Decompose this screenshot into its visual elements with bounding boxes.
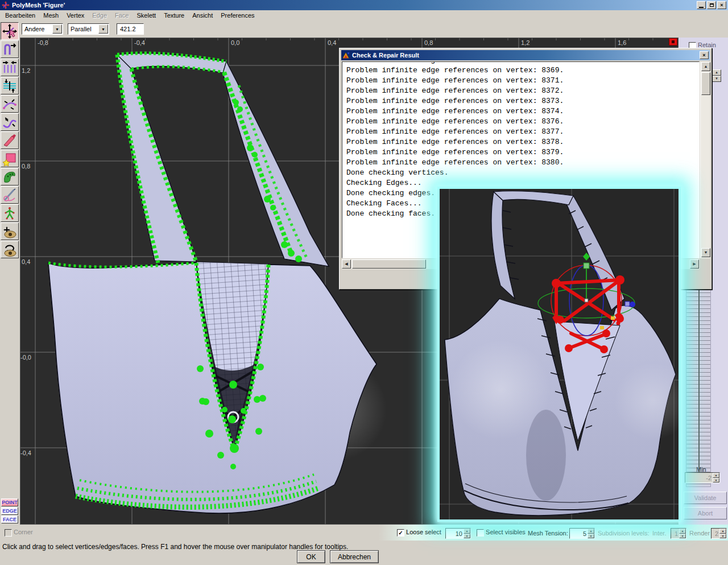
vertical-scrollbar[interactable]: ▲ ▼ <box>700 61 710 258</box>
tool-curve-button[interactable] <box>1 113 19 131</box>
tool-bend-button[interactable] <box>1 95 19 113</box>
cancel-button[interactable]: Abbrechen <box>330 550 379 563</box>
deform-tool-icon <box>2 170 17 184</box>
menu-skelett[interactable]: Skelett <box>134 11 161 20</box>
window-title: PolyMesh 'Figure' <box>12 2 696 9</box>
ruler-label: 0,8 <box>424 39 433 46</box>
spin-down-icon: ▼ <box>679 534 686 539</box>
mode-edge-button[interactable]: EDGE <box>1 507 18 515</box>
skeleton-tool-icon <box>2 206 17 221</box>
render-label: Render <box>689 530 710 537</box>
tool-column <box>0 22 19 266</box>
tool-pan-view-button[interactable] <box>1 222 19 240</box>
menu-mesh[interactable]: Mesh <box>40 11 64 20</box>
checkbox-icon[interactable] <box>477 529 484 537</box>
tool-skeleton-button[interactable] <box>1 204 19 222</box>
spin-up-icon[interactable]: ▲ <box>464 529 470 534</box>
loose-select-spinner[interactable]: 10 ▲▼ <box>445 528 471 539</box>
tool-smooth-button[interactable] <box>1 77 19 94</box>
projection-combobox[interactable]: Parallel ▼ <box>68 23 109 35</box>
dialog-title: Check & Repair Result <box>352 52 698 59</box>
spin-up-icon[interactable]: ▲ <box>713 473 719 478</box>
tool-extrude-edge-button[interactable] <box>1 40 19 58</box>
log-line: Problem infinite edge references on vert… <box>346 96 699 106</box>
ok-button[interactable]: OK <box>297 550 325 563</box>
subdivision-levels-label: Subdivision levels: <box>598 530 650 537</box>
spin-down-icon[interactable]: ▼ <box>464 534 470 539</box>
app-icon <box>2 1 10 9</box>
ruler-label: 1,6 <box>618 39 626 46</box>
toolbar: Andere ▼ Parallel ▼ 421.2 <box>0 20 728 38</box>
menu-bearbeiten[interactable]: Bearbeiten <box>2 11 40 20</box>
log-line: Problem infinite edge references on vert… <box>346 158 699 168</box>
view-mode-value: Andere <box>22 26 52 32</box>
spin-up-icon[interactable]: ▲ <box>588 529 594 534</box>
spin-down-icon: ▼ <box>719 534 726 539</box>
menu-vertex[interactable]: Vertex <box>64 11 89 20</box>
mesh-tension-spinner[interactable]: 5 ▲▼ <box>569 528 595 539</box>
ruler-label: 0,4 <box>328 39 336 46</box>
scroll-right-icon[interactable]: ▶ <box>690 259 699 269</box>
select-visibles-checkbox[interactable]: Select visibles <box>477 529 526 537</box>
spin-up-icon[interactable]: ▲ <box>712 69 721 76</box>
extrude-edge-tool-icon <box>2 42 17 57</box>
dialog-close-button[interactable]: × <box>700 51 709 59</box>
checkbox-icon[interactable]: ✓ <box>397 529 404 537</box>
ruler-label: 0,0 <box>231 39 239 46</box>
log-line: Problem infinite edge references on vert… <box>346 86 699 96</box>
tool-stitch-button[interactable] <box>1 186 19 204</box>
bottom-options-bar: Corner ✓ Loose select 10 ▲▼ Select visib… <box>0 525 728 541</box>
log-line: Done checking vertices. <box>346 168 699 178</box>
restore-button[interactable] <box>707 1 716 9</box>
scroll-thumb[interactable] <box>701 72 710 95</box>
weld-tool-icon <box>2 60 17 75</box>
close-button[interactable]: × <box>717 1 726 9</box>
move-tool-icon <box>2 24 17 39</box>
scroll-thumb[interactable] <box>352 259 426 269</box>
view-mode-combobox[interactable]: Andere ▼ <box>22 23 63 35</box>
scroll-down-icon[interactable]: ▼ <box>701 248 710 257</box>
spin-up-icon: ▲ <box>719 529 726 534</box>
spin-down-icon[interactable]: ▼ <box>712 76 721 82</box>
dialog-icon <box>342 52 350 59</box>
preview-viewport[interactable] <box>437 187 681 522</box>
mode-face-button[interactable]: FACE <box>1 515 18 523</box>
viewport-red-button[interactable] <box>669 38 677 46</box>
tool-rotate-view-button[interactable] <box>1 241 19 258</box>
ruler-label: -0,0 <box>20 354 31 361</box>
menu-edge: Edge <box>89 11 112 20</box>
menu-texture[interactable]: Texture <box>161 11 189 20</box>
tool-knife-button[interactable] <box>1 131 19 149</box>
ruler-label: -0,4 <box>134 39 145 46</box>
dialog-title-bar[interactable]: Check & Repair Result × <box>341 50 710 60</box>
ruler-label: 1,2 <box>521 39 530 46</box>
tool-weld-button[interactable] <box>1 59 19 76</box>
chevron-down-icon[interactable]: ▼ <box>98 24 108 34</box>
menu-ansicht[interactable]: Ansicht <box>189 11 218 20</box>
tool-polygon-button[interactable] <box>1 150 19 167</box>
scroll-up-icon[interactable]: ▲ <box>701 62 710 71</box>
pan-view-tool-icon <box>2 224 17 239</box>
ruler-label: 1,2 <box>22 67 30 74</box>
menu-preferences[interactable]: Preferences <box>218 11 259 20</box>
stitch-tool-icon <box>2 188 17 203</box>
projection-value: Parallel <box>68 26 98 32</box>
minimize-button[interactable] <box>697 1 706 9</box>
spin-up-icon: ▲ <box>679 529 686 534</box>
panel-spinner[interactable]: ▲ ▼ <box>712 69 721 82</box>
scroll-left-icon[interactable]: ◀ <box>342 259 351 269</box>
chevron-down-icon[interactable]: ▼ <box>52 24 62 34</box>
scale-value-field[interactable]: 421.2 <box>117 23 144 35</box>
spin-down-icon[interactable]: ▼ <box>588 534 594 539</box>
render-spinner: 2 ▲▼ <box>711 528 727 539</box>
inter-label: Inter. <box>652 530 666 537</box>
mode-point-button[interactable]: POINT <box>1 498 18 506</box>
tool-move-button[interactable] <box>1 22 19 40</box>
loose-select-checkbox[interactable]: ✓ Loose select <box>397 529 441 537</box>
log-line: Problem infinite edge references on vert… <box>346 127 699 137</box>
rotate-view-tool-icon <box>2 242 17 257</box>
tool-deform-button[interactable] <box>1 168 19 185</box>
spin-down-icon[interactable]: ▼ <box>713 478 719 483</box>
min-value-spinner[interactable]: -2 ▲▼ <box>685 472 720 483</box>
abort-button: Abort <box>684 507 727 519</box>
